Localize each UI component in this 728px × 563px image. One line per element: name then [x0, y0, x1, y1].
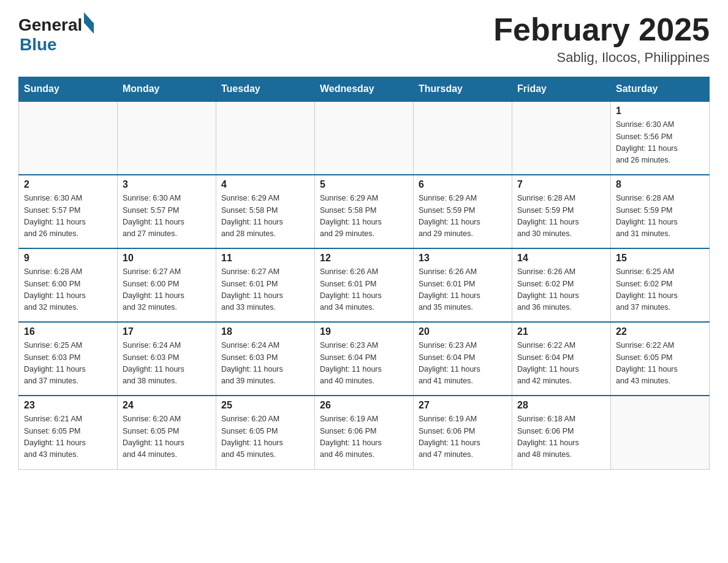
calendar-cell: 27Sunrise: 6:19 AMSunset: 6:06 PMDayligh… — [414, 396, 512, 469]
weekday-header-row: SundayMondayTuesdayWednesdayThursdayFrid… — [19, 77, 710, 102]
logo-general-text: General — [18, 15, 82, 35]
calendar-cell: 3Sunrise: 6:30 AMSunset: 5:57 PMDaylight… — [118, 175, 216, 248]
calendar-cell: 28Sunrise: 6:18 AMSunset: 6:06 PMDayligh… — [512, 396, 611, 469]
calendar-cell: 23Sunrise: 6:21 AMSunset: 6:05 PMDayligh… — [19, 396, 118, 469]
calendar-cell: 4Sunrise: 6:29 AMSunset: 5:58 PMDaylight… — [216, 175, 315, 248]
day-number: 19 — [320, 326, 408, 337]
day-info: Sunrise: 6:25 AMSunset: 6:02 PMDaylight:… — [616, 266, 704, 314]
calendar-cell — [512, 101, 611, 175]
calendar-cell: 10Sunrise: 6:27 AMSunset: 6:00 PMDayligh… — [118, 248, 216, 322]
day-info: Sunrise: 6:30 AMSunset: 5:57 PMDaylight:… — [24, 193, 112, 240]
calendar-cell: 16Sunrise: 6:25 AMSunset: 6:03 PMDayligh… — [19, 322, 118, 396]
day-number: 23 — [24, 400, 112, 411]
calendar-cell: 14Sunrise: 6:26 AMSunset: 6:02 PMDayligh… — [512, 248, 611, 322]
day-info: Sunrise: 6:19 AMSunset: 6:06 PMDaylight:… — [419, 413, 507, 461]
day-number: 1 — [616, 105, 704, 117]
calendar-cell: 17Sunrise: 6:24 AMSunset: 6:03 PMDayligh… — [118, 322, 216, 396]
day-info: Sunrise: 6:24 AMSunset: 6:03 PMDaylight:… — [221, 340, 309, 388]
day-number: 10 — [123, 253, 211, 264]
logo: General Blue — [18, 12, 94, 55]
day-number: 11 — [221, 253, 309, 264]
calendar-week-row: 1Sunrise: 6:30 AMSunset: 5:56 PMDaylight… — [19, 101, 710, 175]
day-number: 12 — [320, 253, 408, 264]
day-info: Sunrise: 6:26 AMSunset: 6:01 PMDaylight:… — [320, 266, 408, 314]
calendar-cell — [414, 101, 512, 175]
day-number: 28 — [517, 400, 605, 411]
day-info: Sunrise: 6:30 AMSunset: 5:56 PMDaylight:… — [616, 119, 704, 167]
calendar-cell: 26Sunrise: 6:19 AMSunset: 6:06 PMDayligh… — [315, 396, 414, 469]
day-info: Sunrise: 6:23 AMSunset: 6:04 PMDaylight:… — [419, 340, 507, 388]
day-info: Sunrise: 6:30 AMSunset: 5:57 PMDaylight:… — [123, 193, 211, 240]
calendar-cell: 24Sunrise: 6:20 AMSunset: 6:05 PMDayligh… — [118, 396, 216, 469]
day-number: 17 — [123, 326, 211, 337]
weekday-header-tuesday: Tuesday — [216, 77, 315, 102]
day-info: Sunrise: 6:26 AMSunset: 6:02 PMDaylight:… — [517, 266, 605, 314]
day-number: 7 — [517, 179, 605, 190]
day-number: 24 — [123, 400, 211, 411]
day-number: 6 — [419, 179, 507, 190]
day-info: Sunrise: 6:29 AMSunset: 5:58 PMDaylight:… — [320, 193, 408, 240]
day-number: 4 — [221, 179, 309, 190]
weekday-header-saturday: Saturday — [611, 77, 710, 102]
day-info: Sunrise: 6:26 AMSunset: 6:01 PMDaylight:… — [419, 266, 507, 314]
day-info: Sunrise: 6:27 AMSunset: 6:01 PMDaylight:… — [221, 266, 309, 314]
day-info: Sunrise: 6:27 AMSunset: 6:00 PMDaylight:… — [123, 266, 211, 314]
calendar-cell: 18Sunrise: 6:24 AMSunset: 6:03 PMDayligh… — [216, 322, 315, 396]
day-number: 22 — [616, 326, 704, 337]
day-info: Sunrise: 6:22 AMSunset: 6:04 PMDaylight:… — [517, 340, 605, 388]
calendar-week-row: 2Sunrise: 6:30 AMSunset: 5:57 PMDaylight… — [19, 175, 710, 248]
day-number: 3 — [123, 179, 211, 190]
calendar-cell: 8Sunrise: 6:28 AMSunset: 5:59 PMDaylight… — [611, 175, 710, 248]
month-title: February 2025 — [493, 12, 710, 47]
calendar-cell: 12Sunrise: 6:26 AMSunset: 6:01 PMDayligh… — [315, 248, 414, 322]
calendar-week-row: 16Sunrise: 6:25 AMSunset: 6:03 PMDayligh… — [19, 322, 710, 396]
day-number: 18 — [221, 326, 309, 337]
day-info: Sunrise: 6:28 AMSunset: 5:59 PMDaylight:… — [616, 193, 704, 240]
calendar-cell: 13Sunrise: 6:26 AMSunset: 6:01 PMDayligh… — [414, 248, 512, 322]
weekday-header-wednesday: Wednesday — [315, 77, 414, 102]
day-number: 14 — [517, 253, 605, 264]
calendar-cell: 25Sunrise: 6:20 AMSunset: 6:05 PMDayligh… — [216, 396, 315, 469]
day-info: Sunrise: 6:18 AMSunset: 6:06 PMDaylight:… — [517, 413, 605, 461]
location-subtitle: Sablig, Ilocos, Philippines — [493, 50, 710, 66]
calendar-week-row: 23Sunrise: 6:21 AMSunset: 6:05 PMDayligh… — [19, 396, 710, 469]
day-number: 27 — [419, 400, 507, 411]
title-section: February 2025 Sablig, Ilocos, Philippine… — [493, 12, 710, 66]
calendar-cell: 19Sunrise: 6:23 AMSunset: 6:04 PMDayligh… — [315, 322, 414, 396]
day-info: Sunrise: 6:28 AMSunset: 5:59 PMDaylight:… — [517, 193, 605, 240]
calendar-cell — [118, 101, 216, 175]
day-number: 5 — [320, 179, 408, 190]
calendar-table: SundayMondayTuesdayWednesdayThursdayFrid… — [18, 77, 710, 470]
day-info: Sunrise: 6:25 AMSunset: 6:03 PMDaylight:… — [24, 340, 112, 388]
calendar-cell: 1Sunrise: 6:30 AMSunset: 5:56 PMDaylight… — [611, 101, 710, 175]
calendar-cell — [315, 101, 414, 175]
day-info: Sunrise: 6:23 AMSunset: 6:04 PMDaylight:… — [320, 340, 408, 388]
day-info: Sunrise: 6:29 AMSunset: 5:59 PMDaylight:… — [419, 193, 507, 240]
day-number: 2 — [24, 179, 112, 190]
day-number: 21 — [517, 326, 605, 337]
day-number: 16 — [24, 326, 112, 337]
day-number: 13 — [419, 253, 507, 264]
calendar-cell — [216, 101, 315, 175]
logo-blue-text: Blue — [20, 35, 94, 55]
calendar-week-row: 9Sunrise: 6:28 AMSunset: 6:00 PMDaylight… — [19, 248, 710, 322]
day-number: 9 — [24, 253, 112, 264]
page-header: General Blue February 2025 Sablig, Iloco… — [18, 12, 710, 66]
day-info: Sunrise: 6:20 AMSunset: 6:05 PMDaylight:… — [123, 413, 211, 461]
calendar-cell: 22Sunrise: 6:22 AMSunset: 6:05 PMDayligh… — [611, 322, 710, 396]
calendar-cell: 7Sunrise: 6:28 AMSunset: 5:59 PMDaylight… — [512, 175, 611, 248]
day-info: Sunrise: 6:29 AMSunset: 5:58 PMDaylight:… — [221, 193, 309, 240]
day-number: 8 — [616, 179, 704, 190]
weekday-header-thursday: Thursday — [414, 77, 512, 102]
calendar-cell: 9Sunrise: 6:28 AMSunset: 6:00 PMDaylight… — [19, 248, 118, 322]
day-info: Sunrise: 6:21 AMSunset: 6:05 PMDaylight:… — [24, 413, 112, 461]
day-number: 20 — [419, 326, 507, 337]
calendar-cell: 2Sunrise: 6:30 AMSunset: 5:57 PMDaylight… — [19, 175, 118, 248]
day-number: 26 — [320, 400, 408, 411]
day-number: 25 — [221, 400, 309, 411]
day-info: Sunrise: 6:24 AMSunset: 6:03 PMDaylight:… — [123, 340, 211, 388]
calendar-cell — [19, 101, 118, 175]
calendar-cell: 5Sunrise: 6:29 AMSunset: 5:58 PMDaylight… — [315, 175, 414, 248]
day-info: Sunrise: 6:22 AMSunset: 6:05 PMDaylight:… — [616, 340, 704, 388]
calendar-cell: 21Sunrise: 6:22 AMSunset: 6:04 PMDayligh… — [512, 322, 611, 396]
